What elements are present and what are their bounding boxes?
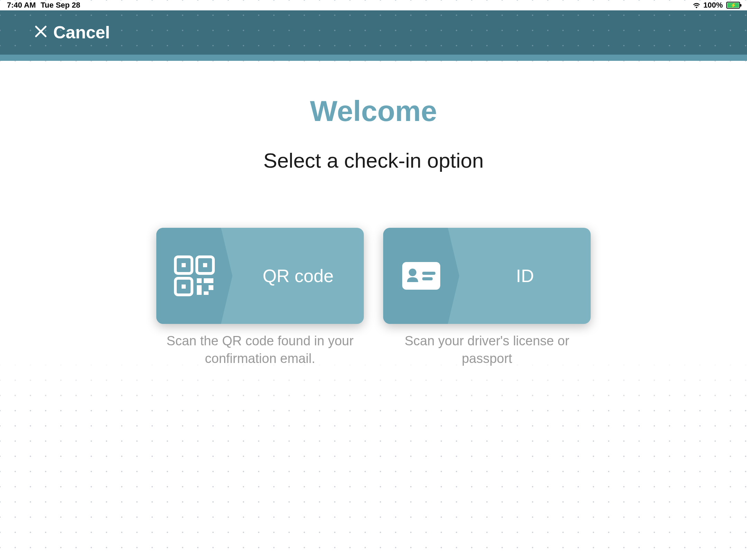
header-bar: Cancel [0, 10, 747, 55]
id-description: Scan your driver's license or passport [390, 332, 584, 368]
option-group-qr: QR code Scan the QR code found in your c… [156, 228, 364, 368]
id-card-icon [402, 262, 440, 290]
cancel-label: Cancel [53, 22, 110, 43]
svg-rect-7 [182, 284, 186, 289]
svg-rect-11 [209, 285, 213, 290]
id-button[interactable]: ID [383, 228, 591, 324]
svg-rect-16 [422, 277, 433, 280]
svg-rect-13 [402, 262, 440, 290]
svg-rect-9 [204, 278, 213, 283]
id-label: ID [516, 265, 534, 286]
battery-icon: ⚡ [726, 2, 740, 9]
qr-code-button[interactable]: QR code [156, 228, 364, 324]
option-group-id: ID Scan your driver's license or passpor… [383, 228, 591, 368]
options-row: QR code Scan the QR code found in your c… [0, 228, 747, 368]
close-icon [35, 25, 47, 40]
page-subtitle: Select a check-in option [0, 149, 747, 172]
status-bar: 7:40 AM Tue Sep 28 100% ⚡ [0, 0, 747, 10]
status-time: 7:40 AM [7, 1, 36, 10]
battery-percent: 100% [703, 1, 723, 10]
wifi-icon [692, 2, 701, 8]
svg-rect-10 [197, 285, 202, 295]
qr-code-icon [174, 255, 215, 296]
svg-rect-5 [203, 263, 207, 267]
main-content: Welcome Select a check-in option [0, 55, 747, 368]
qr-code-description: Scan the QR code found in your confirmat… [163, 332, 357, 368]
svg-rect-15 [422, 272, 435, 275]
status-date: Tue Sep 28 [41, 1, 81, 10]
svg-rect-12 [204, 291, 209, 295]
qr-code-label: QR code [262, 265, 333, 286]
cancel-button[interactable]: Cancel [35, 22, 110, 43]
svg-point-14 [409, 269, 416, 276]
svg-rect-3 [182, 263, 186, 267]
svg-rect-8 [197, 278, 202, 283]
welcome-title: Welcome [0, 94, 747, 128]
